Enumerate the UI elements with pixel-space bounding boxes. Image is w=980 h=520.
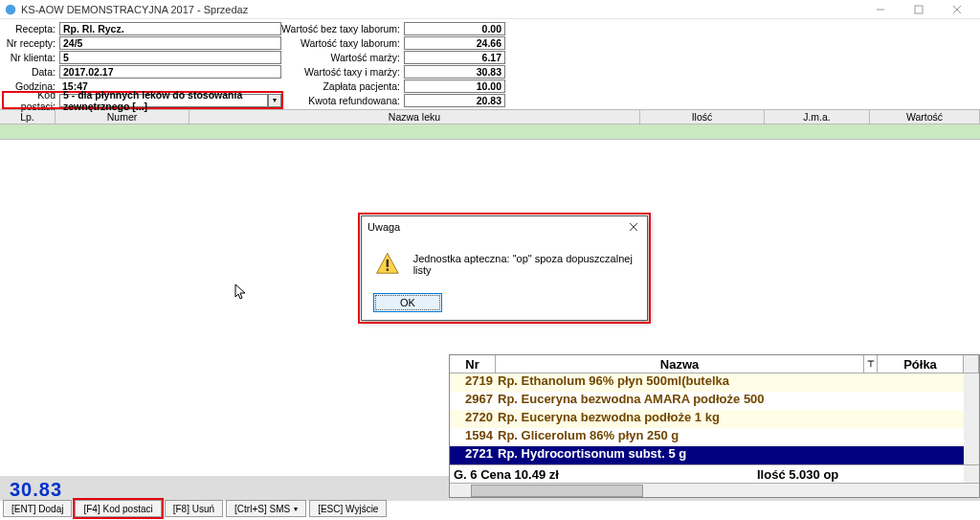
results-sort-icon[interactable]: ⊤	[864, 355, 878, 373]
kwota-ref-label: Kwota refundowana:	[281, 95, 404, 106]
col-jma[interactable]: J.m.a.	[765, 110, 870, 124]
results-cell-polka	[878, 410, 964, 428]
btn-wyjscie[interactable]: [ESC] Wyjście	[309, 500, 387, 517]
kwota-ref-field: 20.83	[404, 94, 505, 107]
recepta-label: Recepta:	[4, 23, 59, 34]
kodpostaci-label: Kod postaci:	[4, 89, 59, 112]
results-row-scroll[interactable]	[964, 392, 979, 410]
results-cell-nazwa: Rp. Glicerolum 86% płyn 250 g	[496, 428, 878, 446]
col-lp[interactable]: Lp.	[0, 110, 56, 124]
results-row[interactable]: 2967Rp. Euceryna bezwodna AMARA podłoże …	[450, 392, 979, 410]
warning-dialog: Uwaga Jednostka apteczna: "op" spoza dop…	[361, 215, 648, 321]
kodpostaci-dropdown-icon[interactable]: ▾	[268, 94, 281, 107]
nrrecepty-field[interactable]: 24/5	[59, 36, 281, 50]
kodpostaci-field[interactable]: 5 - dla płynnych leków do stosowania zew…	[59, 94, 268, 107]
results-cell-nr: 2721	[450, 446, 496, 464]
btn-sms[interactable]: [Ctrl+S] SMS▾	[226, 500, 306, 517]
dialog-close-icon[interactable]	[626, 219, 641, 235]
chevron-down-icon: ▾	[294, 505, 298, 513]
svg-point-0	[6, 4, 16, 14]
results-cell-nr: 2967	[450, 392, 496, 410]
window-title: KS-AOW DEMONSTRACYJNA 2017 - Sprzedaz	[21, 4, 861, 15]
data-field[interactable]: 2017.02.17	[59, 65, 281, 79]
wart-marzy-label: Wartość marży:	[281, 52, 404, 63]
btn-dodaj[interactable]: [ENT] Dodaj	[3, 500, 72, 517]
main-table-empty-row[interactable]	[0, 124, 980, 140]
close-button[interactable]	[938, 0, 976, 19]
svg-rect-8	[387, 260, 389, 267]
nrklienta-label: Nr klienta:	[4, 52, 59, 63]
results-row-scroll[interactable]	[964, 373, 979, 392]
results-cell-polka	[878, 428, 964, 446]
app-icon	[4, 3, 17, 16]
dialog-ok-button[interactable]: OK	[373, 293, 442, 312]
results-row[interactable]: 2720Rp. Euceryna bezwodna podłoże 1 kg	[450, 410, 979, 428]
results-row-scroll[interactable]	[964, 428, 979, 446]
col-nazwa[interactable]: Nazwa leku	[189, 110, 640, 124]
results-row-scroll[interactable]	[964, 410, 979, 428]
results-row[interactable]: 2721Rp. Hydrocortisonum subst. 5 g	[450, 446, 979, 464]
dialog-title: Uwaga	[368, 221, 626, 233]
results-cell-polka	[878, 446, 964, 464]
warning-icon	[375, 251, 400, 278]
wart-taxy-marzy-field: 30.83	[404, 65, 505, 79]
wart-bez-field: 0.00	[404, 22, 505, 35]
scrollbar-thumb[interactable]	[471, 485, 643, 497]
nrklienta-field[interactable]: 5	[59, 51, 281, 64]
results-scrollbar-foot[interactable]	[964, 465, 979, 483]
btn-kod-postaci[interactable]: [F4] Kod postaci	[75, 500, 161, 517]
results-cell-nazwa: Rp. Hydrocortisonum subst. 5 g	[496, 446, 878, 464]
data-label: Data:	[4, 66, 59, 78]
results-h-scrollbar[interactable]	[450, 483, 979, 497]
nrrecepty-label: Nr recepty:	[4, 37, 59, 49]
svg-rect-9	[387, 268, 389, 270]
results-cell-polka	[878, 373, 964, 392]
recepta-field[interactable]: Rp. Rl. Rycz.	[59, 22, 281, 35]
results-cell-nr: 2719	[450, 373, 496, 392]
results-cell-nazwa: Rp. Ethanolum 96% płyn 500ml(butelka	[496, 373, 878, 392]
window-titlebar: KS-AOW DEMONSTRACYJNA 2017 - Sprzedaz	[0, 0, 980, 19]
results-footer-left: G. 6 Cena 10.49 zł	[450, 465, 753, 483]
results-col-polka[interactable]: Półka	[878, 355, 964, 373]
svg-rect-2	[915, 6, 923, 13]
zaplata-field: 10.00	[404, 79, 505, 93]
col-wartosc[interactable]: Wartość	[870, 110, 980, 124]
results-cell-nazwa: Rp. Euceryna bezwodna AMARA podłoże 500	[496, 392, 878, 410]
bottom-button-bar: [ENT] Dodaj [F4] Kod postaci [F8] Usuń […	[3, 500, 387, 517]
results-cell-nazwa: Rp. Euceryna bezwodna podłoże 1 kg	[496, 410, 878, 428]
results-row[interactable]: 2719Rp. Ethanolum 96% płyn 500ml(butelka	[450, 373, 979, 392]
minimize-button[interactable]	[861, 0, 900, 19]
total-amount: 30.83	[10, 479, 62, 501]
wart-taxy-marzy-label: Wartość taxy i marży:	[281, 66, 404, 78]
results-col-nr[interactable]: Nr	[450, 355, 496, 373]
results-cell-nr: 2720	[450, 410, 496, 428]
wart-taxy-field: 24.66	[404, 36, 505, 50]
results-cell-nr: 1594	[450, 428, 496, 446]
btn-sms-label: [Ctrl+S] SMS	[234, 504, 290, 514]
wart-marzy-field: 6.17	[404, 51, 505, 64]
results-row-scroll[interactable]	[964, 446, 979, 464]
results-footer-right: Ilość 5.030 op	[753, 465, 964, 483]
zaplata-label: Zapłata pacjenta:	[281, 80, 404, 92]
kodpostaci-row: Kod postaci: 5 - dla płynnych leków do s…	[4, 93, 281, 107]
wart-bez-label: Wartość bez taxy laborum:	[281, 23, 404, 34]
header-form: Recepta:Rp. Rl. Rycz. Nr recepty:24/5 Nr…	[0, 19, 980, 109]
search-results-panel: Nr Nazwa ⊤ Półka 2719Rp. Ethanolum 96% p…	[449, 354, 980, 498]
results-col-nazwa[interactable]: Nazwa	[496, 355, 864, 373]
col-numer[interactable]: Numer	[56, 110, 189, 124]
results-cell-polka	[878, 392, 964, 410]
results-row[interactable]: 1594Rp. Glicerolum 86% płyn 250 g	[450, 428, 979, 446]
results-scrollbar-head[interactable]	[964, 355, 979, 373]
btn-usun[interactable]: [F8] Usuń	[165, 500, 223, 517]
mouse-cursor-icon	[234, 283, 248, 303]
dialog-message: Jednostka apteczna: "op" spoza dopuszcza…	[413, 253, 634, 276]
col-ilosc[interactable]: Ilość	[640, 110, 765, 124]
maximize-button[interactable]	[900, 0, 938, 19]
wart-taxy-label: Wartość taxy laborum:	[281, 37, 404, 49]
